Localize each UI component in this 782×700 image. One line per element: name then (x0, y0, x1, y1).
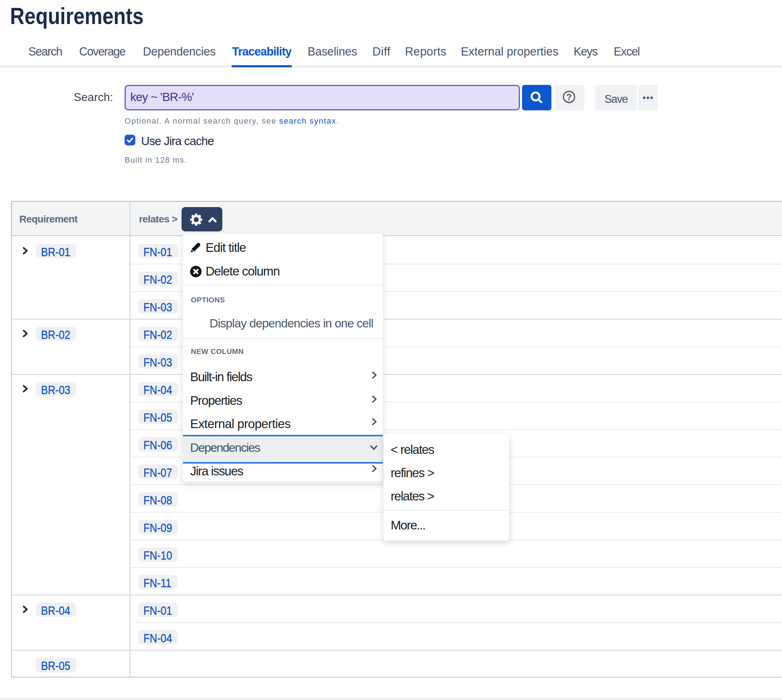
svg-text:?: ? (566, 92, 572, 102)
